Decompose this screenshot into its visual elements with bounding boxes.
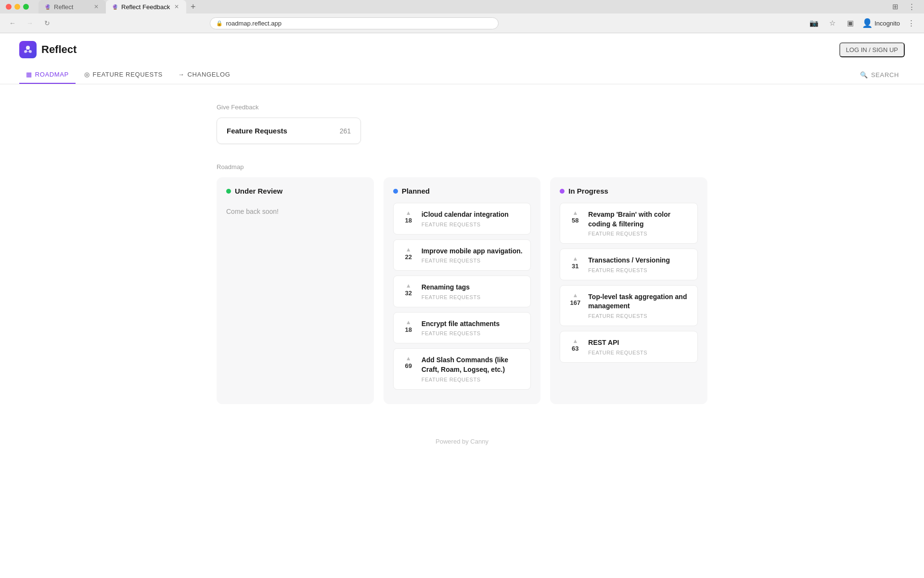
planned-header: Planned	[393, 187, 531, 195]
vote-section-p5: ▲ 69	[401, 355, 416, 369]
nav-roadmap[interactable]: ▦ ROADMAP	[19, 66, 76, 84]
item-tag-ip4: FEATURE REQUESTS	[588, 350, 690, 355]
back-button[interactable]: ←	[6, 16, 19, 30]
upvote-p3[interactable]: ▲	[406, 283, 411, 289]
item-tag-ip3: FEATURE REQUESTS	[588, 313, 690, 319]
give-feedback-section: Give Feedback Feature Requests 261	[217, 104, 707, 144]
footer-text: Powered by Canny	[436, 438, 488, 445]
upvote-p2[interactable]: ▲	[406, 247, 411, 252]
item-content-ip2: Transactions / Versioning FEATURE REQUES…	[588, 256, 690, 273]
in-progress-title: In Progress	[568, 187, 608, 195]
feature-requests-nav-label: FEATURE REQUESTS	[93, 71, 163, 78]
close-window-button[interactable]	[6, 4, 12, 10]
item-tag-p3: FEATURE REQUESTS	[422, 294, 523, 300]
incognito-label: Incognito	[874, 20, 900, 27]
item-title-ip2: Transactions / Versioning	[588, 256, 690, 265]
item-content-ip4: REST API FEATURE REQUESTS	[588, 338, 690, 355]
item-content-ip1: Revamp 'Brain' with color coding & filte…	[588, 210, 690, 236]
item-content-ip3: Top-level task aggregation and managemen…	[588, 292, 690, 319]
in-progress-item-2[interactable]: ▲ 31 Transactions / Versioning FEATURE R…	[560, 249, 698, 280]
column-under-review: Under Review Come back soon!	[217, 177, 374, 404]
vote-count-ip4: 63	[572, 345, 578, 352]
vote-count-p4: 18	[405, 326, 411, 333]
app-header-top: Reflect LOG IN / SIGN UP	[19, 33, 905, 66]
tab-close-reflect[interactable]: ✕	[92, 3, 100, 11]
upvote-ip2[interactable]: ▲	[572, 256, 578, 262]
changelog-nav-icon: →	[178, 71, 185, 78]
in-progress-item-4[interactable]: ▲ 63 REST API FEATURE REQUESTS	[560, 331, 698, 363]
login-button[interactable]: LOG IN / SIGN UP	[839, 42, 905, 57]
item-title-ip4: REST API	[588, 338, 690, 348]
upvote-p1[interactable]: ▲	[406, 210, 411, 216]
roadmap-nav-icon: ▦	[26, 71, 32, 78]
planned-item-2[interactable]: ▲ 22 Improve mobile app navigation. FEAT…	[393, 239, 531, 271]
new-tab-button[interactable]: +	[186, 0, 200, 13]
upvote-ip1[interactable]: ▲	[572, 210, 578, 216]
roadmap-section: Roadmap Under Review Come back soon! Pla…	[217, 163, 707, 404]
address-text: roadmap.reflect.app	[226, 20, 282, 27]
item-title-p3: Renaming tags	[422, 283, 523, 292]
upvote-p4[interactable]: ▲	[406, 319, 411, 325]
item-title-p2: Improve mobile app navigation.	[422, 247, 523, 256]
search-icon: 🔍	[860, 71, 868, 79]
traffic-lights	[0, 0, 35, 13]
vote-section-p4: ▲ 18	[401, 319, 416, 333]
tab-reflect[interactable]: 🔮 Reflect ✕	[38, 0, 106, 13]
reload-button[interactable]: ↻	[40, 16, 54, 30]
search-label: SEARCH	[871, 71, 899, 79]
vote-count-p1: 18	[405, 217, 411, 224]
tab-title-feedback: Reflect Feedback	[121, 3, 170, 11]
item-title-p5: Add Slash Commands (like Craft, Roam, Lo…	[422, 355, 523, 374]
menu-icon[interactable]: ⋮	[905, 0, 918, 13]
search-button[interactable]: 🔍 SEARCH	[854, 67, 905, 82]
column-planned: Planned ▲ 18 iCloud calendar integration…	[384, 177, 541, 404]
item-content-p1: iCloud calendar integration FEATURE REQU…	[422, 210, 523, 227]
item-title-p4: Encrypt file attachments	[422, 319, 523, 329]
browser-chrome: 🔮 Reflect ✕ 🔮 Reflect Feedback ✕ + ⊞ ⋮ ←…	[0, 0, 924, 33]
feature-requests-card[interactable]: Feature Requests 261	[217, 118, 361, 144]
maximize-window-button[interactable]	[23, 4, 29, 10]
extensions-icon[interactable]: ⊞	[888, 0, 902, 13]
item-content-p4: Encrypt file attachments FEATURE REQUEST…	[422, 319, 523, 337]
address-bar[interactable]: 🔒 roadmap.reflect.app	[210, 17, 499, 29]
app-logo[interactable]: Reflect	[19, 41, 77, 58]
tab-reflect-feedback[interactable]: 🔮 Reflect Feedback ✕	[106, 0, 186, 13]
in-progress-header: In Progress	[560, 187, 698, 195]
upvote-p5[interactable]: ▲	[406, 355, 411, 361]
planned-item-4[interactable]: ▲ 18 Encrypt file attachments FEATURE RE…	[393, 312, 531, 344]
minimize-window-button[interactable]	[14, 4, 20, 10]
under-review-empty: Come back soon!	[226, 203, 364, 220]
tab-close-feedback[interactable]: ✕	[173, 3, 180, 11]
in-progress-status-dot	[560, 189, 565, 194]
lock-icon: 🔒	[216, 20, 223, 26]
item-tag-ip1: FEATURE REQUESTS	[588, 231, 690, 236]
bookmark-icon[interactable]: ☆	[825, 16, 839, 30]
forward-button[interactable]: →	[23, 16, 37, 30]
logo-icon	[19, 41, 37, 58]
planned-item-1[interactable]: ▲ 18 iCloud calendar integration FEATURE…	[393, 203, 531, 235]
camera-icon[interactable]: 📷	[807, 16, 821, 30]
upvote-ip3[interactable]: ▲	[572, 292, 578, 298]
vote-count-ip3: 167	[570, 299, 580, 306]
upvote-ip4[interactable]: ▲	[572, 338, 578, 344]
nav-changelog[interactable]: → CHANGELOG	[171, 66, 237, 84]
incognito-button[interactable]: 👤 Incognito	[862, 18, 900, 28]
planned-item-3[interactable]: ▲ 32 Renaming tags FEATURE REQUESTS	[393, 276, 531, 307]
in-progress-item-3[interactable]: ▲ 167 Top-level task aggregation and man…	[560, 285, 698, 326]
nav-feature-requests[interactable]: ◎ FEATURE REQUESTS	[77, 66, 169, 84]
item-tag-p2: FEATURE REQUESTS	[422, 258, 523, 263]
more-options-icon[interactable]: ⋮	[905, 16, 918, 30]
vote-section-p1: ▲ 18	[401, 210, 416, 224]
item-content-p2: Improve mobile app navigation. FEATURE R…	[422, 247, 523, 264]
app-header: Reflect LOG IN / SIGN UP ▦ ROADMAP ◎ FEA…	[0, 33, 924, 84]
toolbar-right: 📷 ☆ ▣ 👤 Incognito ⋮	[807, 16, 918, 30]
planned-item-5[interactable]: ▲ 69 Add Slash Commands (like Craft, Roa…	[393, 348, 531, 389]
address-bar-row: ← → ↻ 🔒 roadmap.reflect.app 📷 ☆ ▣ 👤 Inco…	[0, 13, 924, 33]
sidebar-toggle-icon[interactable]: ▣	[844, 16, 857, 30]
in-progress-item-1[interactable]: ▲ 58 Revamp 'Brain' with color coding & …	[560, 203, 698, 244]
vote-count-ip2: 31	[572, 263, 578, 270]
item-tag-p5: FEATURE REQUESTS	[422, 377, 523, 382]
feature-requests-nav-icon: ◎	[84, 71, 90, 78]
main-content: Give Feedback Feature Requests 261 Roadm…	[197, 84, 727, 423]
item-content-p5: Add Slash Commands (like Craft, Roam, Lo…	[422, 355, 523, 382]
